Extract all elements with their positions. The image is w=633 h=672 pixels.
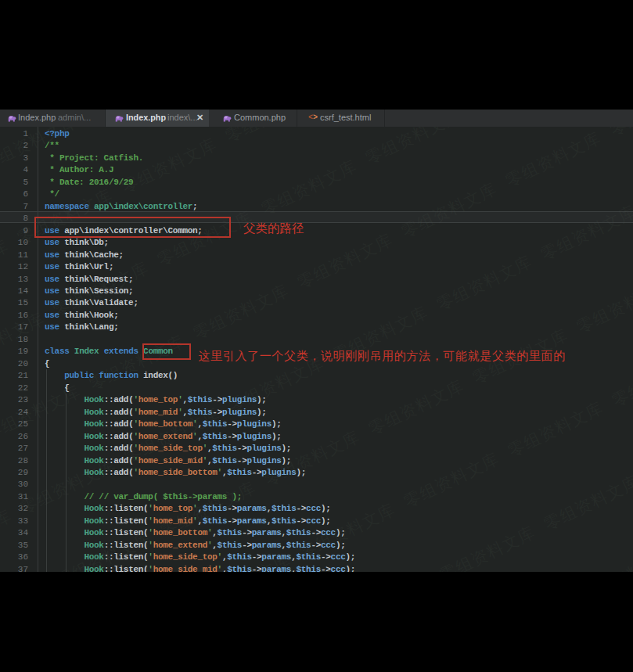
- svg-text:零组资料文库: 零组资料文库: [191, 281, 292, 343]
- svg-text:零组资料文库: 零组资料文库: [538, 202, 633, 264]
- svg-text:零组资料文库: 零组资料文库: [87, 332, 188, 393]
- svg-text:零组资料文库: 零组资料文库: [503, 128, 604, 190]
- svg-text:零组资料文库: 零组资料文库: [574, 275, 633, 336]
- svg-text:零组资料文库: 零组资料文库: [366, 376, 467, 438]
- svg-text:零组资料文库: 零组资料文库: [119, 135, 220, 196]
- svg-text:零组资料文库: 零组资料文库: [610, 348, 633, 410]
- svg-text:零组资料文库: 零组资料文库: [399, 179, 500, 241]
- svg-text:零组资料文库: 零组资料文库: [437, 523, 538, 572]
- svg-text:零组资料文库: 零组资料文库: [0, 236, 11, 298]
- svg-text:零组资料文库: 零组资料文库: [0, 382, 83, 444]
- svg-text:零组资料文库: 零组资料文库: [541, 472, 633, 534]
- svg-text:零组资料文库: 零组资料文库: [434, 252, 535, 314]
- svg-text:零组资料文库: 零组资料文库: [51, 258, 152, 320]
- svg-text:零组资料文库: 零组资料文库: [193, 551, 294, 572]
- svg-text:零组资料文库: 零组资料文库: [505, 398, 606, 460]
- svg-text:零组资料文库: 零组资料文库: [158, 478, 259, 540]
- svg-text:零组资料文库: 零组资料文库: [18, 455, 119, 517]
- svg-text:零组资料文库: 零组资料文库: [0, 309, 47, 371]
- svg-text:零组资料文库: 零组资料文库: [297, 500, 398, 562]
- svg-text:零组资料文库: 零组资料文库: [122, 404, 223, 466]
- svg-text:零组资料文库: 零组资料文库: [54, 528, 155, 572]
- svg-text:零组资料文库: 零组资料文库: [259, 156, 360, 218]
- svg-text:零组资料文库: 零组资料文库: [577, 544, 633, 572]
- svg-text:零组资料文库: 零组资料文库: [262, 427, 363, 489]
- svg-text:零组资料文库: 零组资料文库: [0, 506, 14, 568]
- svg-text:零组资料文库: 零组资料文库: [295, 230, 396, 292]
- svg-text:零组资料文库: 零组资料文库: [401, 449, 502, 511]
